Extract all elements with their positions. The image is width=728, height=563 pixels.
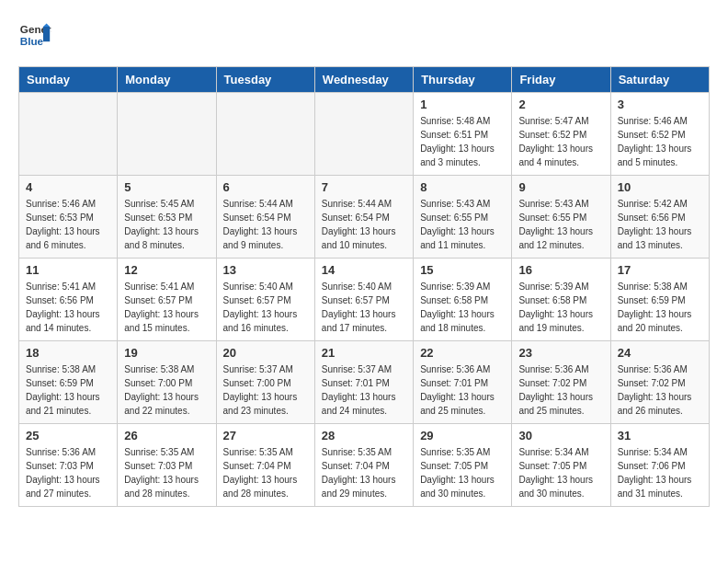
- day-number: 28: [322, 429, 406, 442]
- weekday-header-saturday: Saturday: [610, 67, 709, 93]
- day-info: Sunrise: 5:39 AMSunset: 6:58 PMDaylight:…: [518, 280, 603, 335]
- day-number: 3: [618, 98, 702, 111]
- day-info: Sunrise: 5:36 AMSunset: 7:02 PMDaylight:…: [518, 362, 603, 418]
- calendar-cell: 5Sunrise: 5:45 AMSunset: 6:53 PMDaylight…: [118, 176, 216, 259]
- calendar-cell: 4Sunrise: 5:46 AMSunset: 6:53 PMDaylight…: [19, 176, 118, 259]
- day-number: 23: [518, 346, 603, 360]
- calendar-cell: 8Sunrise: 5:43 AMSunset: 6:55 PMDaylight…: [414, 176, 512, 259]
- day-info: Sunrise: 5:41 AMSunset: 6:57 PMDaylight:…: [124, 280, 209, 335]
- day-number: 9: [518, 180, 603, 194]
- day-info: Sunrise: 5:43 AMSunset: 6:55 PMDaylight:…: [518, 197, 603, 252]
- day-info: Sunrise: 5:38 AMSunset: 7:00 PMDaylight:…: [124, 362, 209, 418]
- svg-marker-2: [43, 27, 50, 41]
- calendar-cell: 14Sunrise: 5:40 AMSunset: 6:57 PMDayligh…: [314, 259, 413, 341]
- calendar-cell: 22Sunrise: 5:36 AMSunset: 7:01 PMDayligh…: [414, 341, 512, 424]
- day-number: 7: [322, 180, 406, 194]
- day-number: 2: [518, 98, 603, 111]
- day-number: 21: [322, 346, 406, 360]
- calendar-cell: [118, 93, 216, 176]
- day-info: Sunrise: 5:42 AMSunset: 6:56 PMDaylight:…: [618, 197, 702, 252]
- logo: General Blue: [18, 18, 51, 52]
- calendar-week-4: 18Sunrise: 5:38 AMSunset: 6:59 PMDayligh…: [19, 341, 710, 424]
- day-info: Sunrise: 5:43 AMSunset: 6:55 PMDaylight:…: [420, 197, 505, 252]
- day-number: 1: [420, 98, 505, 111]
- calendar-cell: 29Sunrise: 5:35 AMSunset: 7:05 PMDayligh…: [414, 424, 512, 507]
- day-info: Sunrise: 5:37 AMSunset: 7:00 PMDaylight:…: [223, 362, 308, 418]
- calendar-cell: [19, 93, 118, 176]
- day-number: 13: [223, 263, 308, 277]
- calendar-cell: 3Sunrise: 5:46 AMSunset: 6:52 PMDaylight…: [610, 93, 709, 176]
- day-info: Sunrise: 5:40 AMSunset: 6:57 PMDaylight:…: [322, 280, 406, 335]
- day-number: 26: [124, 429, 209, 442]
- calendar-cell: 1Sunrise: 5:48 AMSunset: 6:51 PMDaylight…: [414, 93, 512, 176]
- day-number: 24: [618, 346, 702, 360]
- calendar-cell: 21Sunrise: 5:37 AMSunset: 7:01 PMDayligh…: [314, 341, 413, 424]
- calendar-cell: 7Sunrise: 5:44 AMSunset: 6:54 PMDaylight…: [314, 176, 413, 259]
- day-number: 25: [26, 429, 110, 442]
- calendar-cell: 31Sunrise: 5:34 AMSunset: 7:06 PMDayligh…: [610, 424, 709, 507]
- calendar-cell: 27Sunrise: 5:35 AMSunset: 7:04 PMDayligh…: [216, 424, 314, 507]
- calendar-cell: 19Sunrise: 5:38 AMSunset: 7:00 PMDayligh…: [118, 341, 216, 424]
- calendar-cell: 18Sunrise: 5:38 AMSunset: 6:59 PMDayligh…: [19, 341, 118, 424]
- day-info: Sunrise: 5:38 AMSunset: 6:59 PMDaylight:…: [26, 362, 110, 418]
- day-info: Sunrise: 5:34 AMSunset: 7:05 PMDaylight:…: [518, 445, 603, 500]
- calendar-week-5: 25Sunrise: 5:36 AMSunset: 7:03 PMDayligh…: [19, 424, 710, 507]
- day-info: Sunrise: 5:46 AMSunset: 6:53 PMDaylight:…: [26, 197, 110, 252]
- day-info: Sunrise: 5:36 AMSunset: 7:01 PMDaylight:…: [420, 362, 505, 418]
- calendar-cell: 26Sunrise: 5:35 AMSunset: 7:03 PMDayligh…: [118, 424, 216, 507]
- page-header: General Blue: [18, 18, 710, 52]
- calendar-cell: 28Sunrise: 5:35 AMSunset: 7:04 PMDayligh…: [314, 424, 413, 507]
- day-number: 4: [26, 180, 110, 194]
- day-number: 8: [420, 180, 505, 194]
- calendar-cell: 23Sunrise: 5:36 AMSunset: 7:02 PMDayligh…: [512, 341, 610, 424]
- day-info: Sunrise: 5:39 AMSunset: 6:58 PMDaylight:…: [420, 280, 505, 335]
- calendar-table: SundayMondayTuesdayWednesdayThursdayFrid…: [18, 66, 710, 507]
- calendar-cell: 9Sunrise: 5:43 AMSunset: 6:55 PMDaylight…: [512, 176, 610, 259]
- weekday-header-tuesday: Tuesday: [216, 67, 314, 93]
- day-number: 19: [124, 346, 209, 360]
- day-info: Sunrise: 5:40 AMSunset: 6:57 PMDaylight:…: [223, 280, 308, 335]
- day-info: Sunrise: 5:47 AMSunset: 6:52 PMDaylight:…: [518, 114, 603, 169]
- calendar-cell: 17Sunrise: 5:38 AMSunset: 6:59 PMDayligh…: [610, 259, 709, 341]
- logo-icon: General Blue: [18, 18, 51, 52]
- day-number: 29: [420, 429, 505, 442]
- day-info: Sunrise: 5:36 AMSunset: 7:02 PMDaylight:…: [618, 362, 702, 418]
- calendar-week-3: 11Sunrise: 5:41 AMSunset: 6:56 PMDayligh…: [19, 259, 710, 341]
- day-number: 18: [26, 346, 110, 360]
- calendar-cell: 12Sunrise: 5:41 AMSunset: 6:57 PMDayligh…: [118, 259, 216, 341]
- day-number: 14: [322, 263, 406, 277]
- day-info: Sunrise: 5:44 AMSunset: 6:54 PMDaylight:…: [322, 197, 406, 252]
- day-info: Sunrise: 5:41 AMSunset: 6:56 PMDaylight:…: [26, 280, 110, 335]
- day-number: 5: [124, 180, 209, 194]
- calendar-cell: 30Sunrise: 5:34 AMSunset: 7:05 PMDayligh…: [512, 424, 610, 507]
- weekday-header-friday: Friday: [512, 67, 610, 93]
- calendar-cell: [216, 93, 314, 176]
- calendar-cell: 24Sunrise: 5:36 AMSunset: 7:02 PMDayligh…: [610, 341, 709, 424]
- calendar-week-2: 4Sunrise: 5:46 AMSunset: 6:53 PMDaylight…: [19, 176, 710, 259]
- day-number: 16: [518, 263, 603, 277]
- calendar-cell: 6Sunrise: 5:44 AMSunset: 6:54 PMDaylight…: [216, 176, 314, 259]
- day-number: 12: [124, 263, 209, 277]
- calendar-cell: 10Sunrise: 5:42 AMSunset: 6:56 PMDayligh…: [610, 176, 709, 259]
- calendar-cell: [314, 93, 413, 176]
- day-number: 17: [618, 263, 702, 277]
- day-number: 11: [26, 263, 110, 277]
- calendar-cell: 11Sunrise: 5:41 AMSunset: 6:56 PMDayligh…: [19, 259, 118, 341]
- weekday-header-thursday: Thursday: [414, 67, 512, 93]
- day-info: Sunrise: 5:36 AMSunset: 7:03 PMDaylight:…: [26, 445, 110, 500]
- day-info: Sunrise: 5:35 AMSunset: 7:04 PMDaylight:…: [322, 445, 406, 500]
- day-info: Sunrise: 5:34 AMSunset: 7:06 PMDaylight:…: [618, 445, 702, 500]
- day-number: 20: [223, 346, 308, 360]
- calendar-cell: 16Sunrise: 5:39 AMSunset: 6:58 PMDayligh…: [512, 259, 610, 341]
- weekday-header-wednesday: Wednesday: [314, 67, 413, 93]
- calendar-cell: 2Sunrise: 5:47 AMSunset: 6:52 PMDaylight…: [512, 93, 610, 176]
- day-info: Sunrise: 5:46 AMSunset: 6:52 PMDaylight:…: [618, 114, 702, 169]
- day-number: 31: [618, 429, 702, 442]
- svg-text:Blue: Blue: [20, 35, 44, 47]
- weekday-header-monday: Monday: [118, 67, 216, 93]
- weekday-header-sunday: Sunday: [19, 67, 118, 93]
- weekday-header-row: SundayMondayTuesdayWednesdayThursdayFrid…: [19, 67, 710, 93]
- day-number: 10: [618, 180, 702, 194]
- calendar-week-1: 1Sunrise: 5:48 AMSunset: 6:51 PMDaylight…: [19, 93, 710, 176]
- day-info: Sunrise: 5:45 AMSunset: 6:53 PMDaylight:…: [124, 197, 209, 252]
